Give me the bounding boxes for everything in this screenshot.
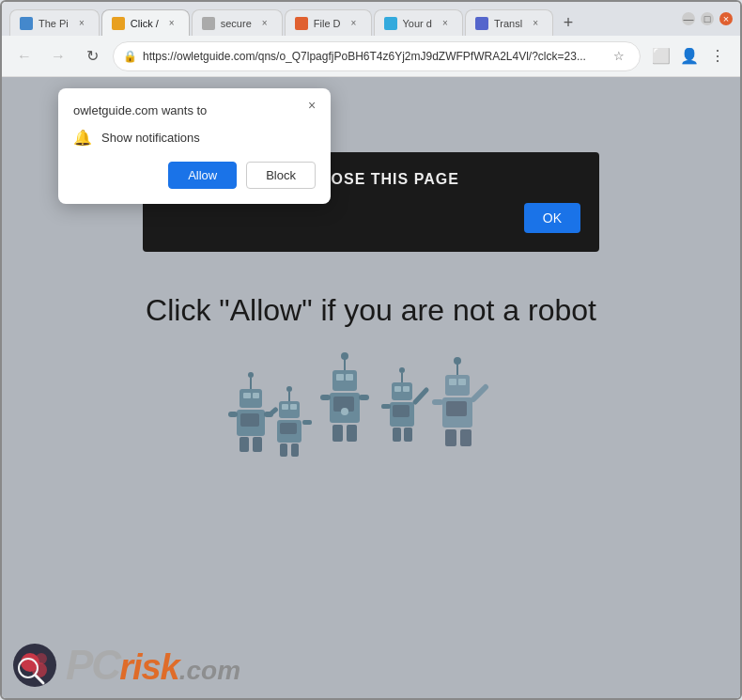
svg-rect-54: [445, 429, 456, 446]
svg-rect-43: [393, 428, 401, 442]
svg-point-59: [36, 653, 47, 664]
popup-buttons: Allow Block: [73, 162, 316, 189]
svg-rect-17: [280, 423, 297, 434]
tab-5-title: Your d: [403, 18, 432, 29]
profile-button[interactable]: 👤: [676, 43, 703, 70]
svg-point-23: [341, 352, 348, 360]
page-main-text: Click "Allow" if you are not a robot: [2, 293, 740, 328]
svg-rect-9: [240, 437, 249, 452]
new-tab-button[interactable]: +: [555, 9, 581, 36]
svg-rect-52: [432, 399, 443, 405]
popup-close-button[interactable]: ×: [302, 96, 321, 115]
page-content: CLICK ALLOW TO CLOSE THIS PAGE OK × owle…: [2, 77, 740, 698]
tab-3-close[interactable]: ×: [257, 16, 272, 31]
svg-rect-47: [445, 375, 470, 396]
svg-rect-31: [359, 395, 369, 400]
lock-icon: 🔒: [123, 50, 137, 63]
tab-3[interactable]: secure ×: [192, 9, 283, 36]
svg-rect-20: [280, 443, 287, 457]
svg-rect-14: [282, 404, 288, 410]
svg-rect-10: [253, 437, 262, 452]
svg-point-35: [399, 367, 405, 373]
tab-3-title: secure: [221, 18, 252, 29]
svg-rect-15: [290, 404, 297, 410]
tab-2[interactable]: Click / ×: [101, 9, 190, 36]
tab-6-favicon: [475, 17, 488, 30]
pcrisk-watermark: PC risk .com: [11, 642, 240, 689]
svg-rect-41: [381, 404, 391, 409]
ok-button-row: OK: [162, 203, 580, 233]
svg-rect-13: [279, 401, 300, 418]
tab-4-favicon: [295, 17, 308, 30]
svg-rect-30: [320, 395, 331, 400]
back-button[interactable]: ←: [11, 43, 38, 70]
dotcom-text: .com: [179, 656, 240, 686]
browser-window: The Pi × Click / × secure × File D ×: [0, 0, 742, 700]
tab-1-title: The Pi: [39, 18, 69, 29]
bookmark-icon[interactable]: ☆: [608, 45, 630, 68]
bell-icon: 🔔: [73, 129, 92, 147]
address-text: https://owletguide.com/qns/o_Q7lpagfjPoB…: [143, 50, 602, 63]
svg-rect-19: [302, 420, 312, 425]
svg-rect-21: [291, 443, 299, 457]
tab-5-close[interactable]: ×: [438, 16, 453, 31]
tab-6-close[interactable]: ×: [528, 16, 543, 31]
notification-popup: × owletguide.com wants to 🔔 Show notific…: [58, 88, 331, 204]
svg-line-53: [473, 387, 486, 399]
notification-label: Show notifications: [101, 131, 200, 145]
tab-1[interactable]: The Pi ×: [9, 9, 100, 36]
tabs-area: The Pi × Click / × secure × File D ×: [9, 2, 671, 36]
svg-rect-4: [253, 393, 259, 398]
svg-rect-26: [346, 374, 353, 381]
extensions-button[interactable]: ⬜: [648, 43, 674, 70]
svg-rect-55: [460, 429, 471, 446]
svg-rect-48: [449, 379, 456, 385]
robots-svg: [221, 340, 521, 490]
svg-point-29: [341, 408, 348, 415]
risk-text: risk: [119, 647, 179, 688]
pcrisk-logo-icon: [11, 642, 58, 689]
tab-2-close[interactable]: ×: [164, 16, 179, 31]
address-bar[interactable]: 🔒 https://owletguide.com/qns/o_Q7lpagfjP…: [113, 41, 641, 71]
svg-point-12: [286, 386, 292, 392]
tab-1-close[interactable]: ×: [74, 16, 89, 31]
pc-text: PC: [66, 642, 119, 689]
nav-end-icons: ⬜ 👤 ⋮: [648, 43, 731, 70]
svg-rect-32: [332, 425, 343, 442]
block-button[interactable]: Block: [246, 162, 316, 189]
svg-rect-25: [336, 374, 344, 381]
ok-button[interactable]: OK: [524, 203, 580, 233]
address-icons: ☆: [608, 45, 630, 68]
svg-rect-24: [332, 370, 357, 391]
svg-rect-38: [403, 386, 410, 392]
tab-2-favicon: [112, 17, 125, 30]
menu-button[interactable]: ⋮: [704, 43, 731, 70]
svg-point-1: [248, 372, 254, 378]
tab-4-title: File D: [314, 18, 341, 29]
svg-rect-49: [458, 379, 466, 385]
popup-notification-row: 🔔 Show notifications: [73, 129, 316, 147]
allow-button[interactable]: Allow: [168, 162, 237, 189]
svg-rect-40: [393, 405, 410, 417]
forward-button[interactable]: →: [45, 43, 71, 70]
tab-1-favicon: [20, 17, 33, 30]
tab-4-close[interactable]: ×: [347, 16, 362, 31]
minimize-button[interactable]: —: [682, 12, 695, 25]
close-window-button[interactable]: ×: [719, 12, 733, 25]
robots-illustration: [221, 340, 521, 490]
tab-4[interactable]: File D ×: [285, 9, 372, 36]
svg-rect-51: [446, 401, 467, 416]
svg-rect-33: [347, 425, 357, 442]
maximize-button[interactable]: □: [701, 12, 714, 25]
svg-point-46: [454, 357, 461, 365]
reload-button[interactable]: ↻: [79, 43, 105, 70]
popup-title: owletguide.com wants to: [73, 103, 316, 117]
nav-bar: ← → ↻ 🔒 https://owletguide.com/qns/o_Q7l…: [2, 36, 740, 77]
svg-rect-6: [240, 413, 259, 427]
tab-6[interactable]: Transl ×: [465, 9, 553, 36]
tab-3-favicon: [202, 17, 215, 30]
svg-rect-37: [394, 386, 401, 392]
svg-rect-44: [404, 428, 412, 442]
tab-5-favicon: [384, 17, 397, 30]
tab-5[interactable]: Your d ×: [374, 9, 463, 36]
